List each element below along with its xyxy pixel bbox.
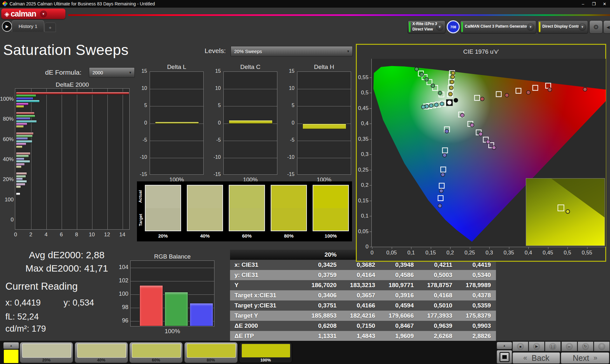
- add-tab-button[interactable]: +: [44, 23, 56, 32]
- current-pattern-swatch[interactable]: [4, 350, 18, 363]
- measurement-table: 20%40%60%80%100%x: CIE310,34250,36820,39…: [230, 250, 496, 341]
- cie-x-tick: 0,3: [481, 250, 497, 256]
- table-row: y: CIE310,37590,41640,45860,50030,5340: [230, 270, 496, 280]
- levels-dropdown[interactable]: 20% Sweeps ▼: [231, 46, 353, 57]
- level-label: 80%: [185, 358, 237, 362]
- media-refresh-button[interactable]: ↻: [578, 341, 593, 351]
- cie-y-tick: 0,05: [350, 228, 369, 235]
- cie-measured-blue: [445, 129, 449, 133]
- cie-measured-red: [505, 93, 509, 97]
- cie-x-tickmark: [431, 247, 431, 249]
- swatch-80%: [271, 185, 307, 231]
- table-cell: 1,4843: [342, 331, 380, 341]
- media-step-button[interactable]: [·]: [545, 341, 561, 351]
- saturation-swatch-panel: Actual Target 20%40%60%80%100%: [137, 181, 352, 241]
- table-cell: 0,4594: [380, 300, 419, 311]
- media-record-button[interactable]: [594, 341, 610, 351]
- deltae-bar-100%-5: [16, 105, 24, 108]
- swatch-actual: [187, 185, 222, 208]
- cie-measured-green: [431, 84, 435, 88]
- next-label: Next: [573, 354, 589, 363]
- cie-measured-yellow: [450, 86, 453, 90]
- settings-button[interactable]: ⚙: [589, 20, 603, 34]
- cie-zoom-inset: [526, 178, 605, 246]
- pattern-generator-dropdown[interactable]: CalMAN Client 3 Pattern Generator ▼: [460, 20, 536, 34]
- swatch-40%: [187, 185, 223, 231]
- cie-x-tick: 0,25: [462, 250, 478, 256]
- deltae-x-tick: 8: [72, 232, 81, 238]
- chevron-down-icon: ▼: [527, 23, 534, 31]
- deltae-group-label: 100%: [0, 96, 14, 102]
- table-row-label: Target Y: [230, 311, 303, 321]
- level-button-40%[interactable]: 40%: [75, 342, 128, 363]
- rgb-y-tick: 100: [116, 291, 128, 297]
- controls-expand-button[interactable]: ▲: [497, 342, 512, 349]
- cie-measured-red: [526, 91, 530, 94]
- table-cell: 1,1331: [303, 331, 342, 341]
- deltaC-gridline: [224, 89, 277, 89]
- media-continuous-button[interactable]: ∞: [561, 341, 577, 351]
- tab-history-1[interactable]: History 1: [12, 20, 44, 32]
- cie-title: CIE 1976 u'v': [356, 48, 606, 55]
- deltaH-y-tick: 0: [282, 120, 295, 126]
- collapse-toolbar-button[interactable]: ◀: [603, 20, 610, 34]
- nav-play-button[interactable]: ▶: [2, 21, 12, 32]
- cie-y-tickmark: [369, 201, 371, 201]
- maximize-icon[interactable]: ❐: [588, 0, 599, 8]
- cie-y-tick: 0,25: [350, 167, 369, 173]
- table-row-label: Target x:CIE31: [230, 290, 303, 300]
- back-button[interactable]: « Back: [512, 352, 560, 364]
- deltaL-y-tick: 15: [135, 68, 147, 74]
- cie-measured-green: [415, 67, 418, 71]
- cie-y-tickmark: [369, 247, 371, 247]
- cie-x-tickmark: [450, 247, 451, 249]
- pattern-expand-button[interactable]: ▲: [3, 342, 19, 349]
- deltae-x-tick: 10: [87, 232, 97, 238]
- deltae-gridline: [31, 89, 31, 229]
- cie-measured-magenta: [486, 140, 490, 144]
- cie-y-tickmark: [369, 108, 371, 109]
- media-stop-button[interactable]: ■: [512, 341, 528, 351]
- meter-dropdown[interactable]: X-Rite i1Pro 3 Direct View ▼: [408, 20, 445, 34]
- title-bar: Calman 2025 Calman Ultimate for Business…: [0, 0, 610, 8]
- deltae-x-tick: 12: [102, 232, 112, 238]
- level-swatch: [132, 344, 181, 358]
- calman-logo-icon: ◈: [4, 10, 9, 18]
- close-icon[interactable]: ✕: [599, 0, 610, 8]
- chevron-up-icon: ▲: [503, 344, 506, 347]
- next-button[interactable]: Next »: [561, 352, 609, 364]
- swatch-label: 100%: [309, 233, 352, 239]
- level-button-20%[interactable]: 20%: [20, 342, 73, 363]
- table-cell: 183,3213: [342, 280, 380, 290]
- level-button-100%[interactable]: 100%: [239, 342, 292, 363]
- reading-cd: cd/m²: 179: [5, 324, 46, 334]
- meter-line2: Direct View: [412, 27, 433, 31]
- table-cell: 0,5359: [458, 300, 496, 311]
- minimize-icon[interactable]: –: [578, 0, 588, 8]
- de-formula-label: dE Formula:: [45, 69, 81, 76]
- calman-menu-button[interactable]: ◈ calman ▼: [1, 9, 65, 19]
- de-formula-dropdown[interactable]: 2000 ▼: [89, 67, 135, 78]
- pattern-window-button[interactable]: [497, 350, 512, 364]
- table-cell: 0,6208: [303, 321, 342, 331]
- display-control-dropdown[interactable]: Direct Display Control ▼: [538, 20, 588, 34]
- swatch-label: 80%: [268, 233, 310, 239]
- deltaC-y-tick: -15: [209, 172, 221, 177]
- cie-measured-cyan: [429, 104, 433, 108]
- level-swatch: [22, 344, 71, 358]
- table-cell: 0,9639: [419, 321, 457, 331]
- level-button-80%[interactable]: 80%: [184, 342, 238, 363]
- deltaC-title: Delta C: [223, 64, 277, 71]
- level-button-60%[interactable]: 60%: [129, 342, 183, 363]
- media-play-button[interactable]: ▶: [529, 341, 545, 351]
- table-cell: 0,4166: [342, 300, 380, 311]
- swatch-label: 40%: [184, 233, 226, 239]
- deltaC-y-tick: 0: [209, 120, 221, 126]
- deltaH-y-tick: -10: [282, 154, 295, 160]
- cie-y-tick: 0,1: [350, 213, 369, 219]
- window-title: Calman 2025 Calman Ultimate for Business…: [10, 1, 155, 6]
- deltae-gridline: [77, 89, 77, 229]
- deltaH-y-tick: 15: [282, 68, 295, 74]
- cie-measured-magenta: [492, 146, 496, 150]
- deltaH-y-tick: 5: [282, 103, 295, 108]
